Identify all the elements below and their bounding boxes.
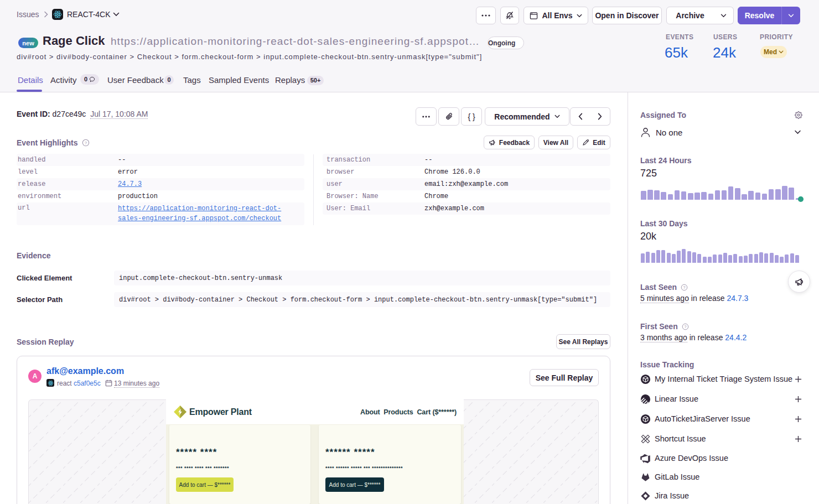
- svg-text:?: ?: [85, 141, 87, 146]
- svg-text:?: ?: [684, 324, 686, 329]
- svg-text:?: ?: [683, 285, 686, 290]
